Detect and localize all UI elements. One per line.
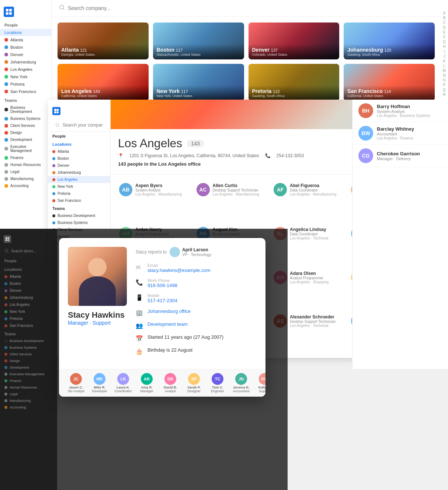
sidebar-team-business-development[interactable]: Business Development (0, 104, 51, 115)
alpha-letter-F[interactable]: F (443, 35, 445, 39)
dark-team-accounting[interactable]: Accounting (0, 404, 57, 411)
la-sidebar-loc-pretoria[interactable]: Pretoria (48, 190, 110, 197)
bottom-person[interactable]: DB David B. Analyst (159, 373, 181, 393)
alpha-letter-E[interactable]: E (443, 30, 446, 34)
alpha-letter-I[interactable]: I (444, 49, 445, 54)
dark-team-human-resources[interactable]: Human Resources (0, 384, 57, 391)
dark-teams-title: Teams (0, 329, 57, 338)
dark-team-client-services[interactable]: Client Services (0, 351, 57, 358)
sidebar-team-finance[interactable]: Finance (0, 154, 51, 161)
la-sidebar-team-business-development[interactable]: Business Development (48, 212, 110, 219)
person-card[interactable]: AC Allen Curtis Desktop Support Technici… (192, 179, 269, 222)
right-panel-person[interactable]: BH Barry Hoffman System Analyst Los Ange… (353, 100, 448, 122)
bottom-person[interactable]: TC Tom C. Engineer (206, 373, 229, 393)
person-card[interactable]: AB Aspen Byers System Analyst Los Angele… (115, 179, 192, 222)
alpha-letter-J[interactable]: J (444, 54, 445, 58)
location-card-new-york[interactable]: New York 117 New York, United States (153, 64, 244, 101)
la-sidebar-loc-boston[interactable]: Boston (48, 155, 110, 162)
sidebar-item-johannesburg[interactable]: Johannesburg (0, 58, 51, 66)
alpha-letter-L[interactable]: L (443, 64, 445, 68)
dark-loc-pretoria[interactable]: Pretoria (0, 315, 57, 322)
dark-team-design[interactable]: Design (0, 358, 57, 364)
bottom-person[interactable]: JN Jessica N. Accountant (230, 373, 252, 393)
email-value[interactable]: stacy.hawkins@example.com (147, 268, 210, 273)
right-panel-person[interactable]: BW Barclay Whitney Accountant Los Angele… (353, 122, 448, 145)
alpha-letter-B[interactable]: B (443, 16, 446, 20)
alpha-letter-C[interactable]: C (443, 21, 445, 25)
sidebar-team-accounting[interactable]: Accounting (0, 182, 51, 189)
dark-loc-new-york[interactable]: New York (0, 308, 57, 315)
sidebar-item-atlanta[interactable]: Atlanta (0, 36, 51, 44)
sidebar-team-development[interactable]: Development (0, 136, 51, 143)
dark-loc-denver[interactable]: Denver (0, 287, 57, 294)
la-sidebar-loc-denver[interactable]: Denver (48, 162, 110, 169)
alpha-letter-G[interactable]: G (443, 40, 446, 44)
dark-team-business-systems[interactable]: Business Systems (0, 344, 57, 351)
dark-sidebar-locs: AtlantaBostonDenverJohannesburgLos Angel… (0, 273, 57, 329)
work-phone-value[interactable]: 916-506-1498 (147, 283, 177, 288)
sidebar-teams-list: Business DevelopmentBusiness SystemsClie… (0, 104, 51, 189)
sidebar-team-client-services[interactable]: Client Services (0, 122, 51, 129)
alpha-letter-R[interactable]: R (443, 93, 445, 97)
sidebar-team-legal[interactable]: Legal (0, 168, 51, 175)
bottom-person[interactable]: MR Mike R. Developer (88, 373, 111, 393)
la-search-input[interactable] (63, 122, 103, 128)
location-card-atlanta[interactable]: Atlanta 121 Georgia, United States (58, 23, 149, 59)
bottom-person[interactable]: LK Laura K. Coordinator (112, 373, 134, 393)
location-card-boston[interactable]: Boston 117 Massachusetts, United States (153, 23, 244, 59)
bottom-person[interactable]: AR Amy R. Manager (136, 373, 158, 393)
dark-loc-boston[interactable]: Boston (0, 280, 57, 287)
dark-team-legal[interactable]: Legal (0, 391, 57, 397)
location-card-denver[interactable]: Denver 137 Colorado, United States (249, 23, 340, 59)
location-card-pretoria[interactable]: Pretoria 122 Gauteng, South Africa (249, 64, 340, 101)
alpha-letter-D[interactable]: D (443, 25, 445, 30)
la-sidebar-loc-los-angeles[interactable]: Los Angeles (48, 176, 110, 183)
location-card-johannesburg[interactable]: Johannesburg 120 Gauteng, South Africa (344, 23, 435, 59)
dark-loc-johannesburg[interactable]: Johannesburg (0, 294, 57, 301)
sidebar-team-manufacturing[interactable]: Manufacturing (0, 175, 51, 182)
alpha-letter-Q[interactable]: Q (443, 88, 446, 92)
app-logo[interactable] (4, 7, 14, 17)
dark-loc-los-angeles[interactable]: Los Angeles (0, 301, 57, 308)
sidebar-item-san-francisco[interactable]: San Francisco (0, 88, 51, 95)
sidebar-team-executive-management[interactable]: Executive Management (0, 143, 51, 154)
sidebar-team-human-resources[interactable]: Human Resources (0, 161, 51, 168)
alpha-letter-O[interactable]: O (443, 78, 446, 82)
mobile-value[interactable]: 517-417-2304 (147, 298, 177, 303)
dark-team-development[interactable]: Development (0, 364, 57, 371)
alpha-letter-M[interactable]: M (443, 69, 446, 73)
alpha-letter-N[interactable]: N (443, 73, 445, 77)
alpha-letter-A[interactable]: A (443, 11, 446, 15)
la-sidebar-loc-johannesburg[interactable]: Johannesburg (48, 169, 110, 176)
sidebar-team-design[interactable]: Design (0, 129, 51, 136)
search-input[interactable] (68, 5, 433, 11)
dark-loc-atlanta[interactable]: Atlanta (0, 273, 57, 280)
sidebar-item-pretoria[interactable]: Pretoria (0, 80, 51, 88)
sidebar-item-denver[interactable]: Denver (0, 51, 51, 58)
sidebar-item-locations[interactable]: Locations (0, 29, 51, 36)
la-sidebar-loc-san-francisco[interactable]: San Francisco (48, 197, 110, 204)
la-sidebar-loc-atlanta[interactable]: Atlanta (48, 148, 110, 155)
location-card-san-francisco[interactable]: San Francisco 114 California, United Sta… (344, 64, 435, 101)
sidebar-item-boston[interactable]: Boston (0, 44, 51, 51)
dark-team-business-development[interactable]: Business Development (0, 338, 57, 344)
sidebar-team-business-systems[interactable]: Business Systems (0, 115, 51, 122)
alpha-letter-K[interactable]: K (443, 59, 446, 63)
bottom-person[interactable]: SP Sarah P. Designer (183, 373, 205, 393)
person-card[interactable]: AF Abel Figueroa Data Coordinator Los An… (270, 179, 346, 222)
dark-team-manufacturing[interactable]: Manufacturing (0, 397, 57, 404)
dark-loc-san-francisco[interactable]: San Francisco (0, 322, 57, 329)
modal-close-button[interactable]: × (255, 244, 265, 254)
sidebar-item-los-angeles[interactable]: Los Angeles (0, 66, 51, 73)
dark-team-executive-management[interactable]: Executive Management (0, 371, 57, 377)
right-panel-person[interactable]: CG Cherokee Garrison Manager · Delivery (353, 145, 448, 167)
sidebar-item-new-york[interactable]: New York (0, 73, 51, 80)
alpha-letter-H[interactable]: H (443, 45, 445, 49)
la-sidebar-team-business-systems[interactable]: Business Systems (48, 219, 110, 226)
alpha-letter-P[interactable]: P (443, 83, 446, 87)
location-card-los-angeles[interactable]: Los Angeles 143 California, United State… (58, 64, 149, 101)
dark-team-finance[interactable]: Finance (0, 377, 57, 384)
la-sidebar-loc-new-york[interactable]: New York (48, 183, 110, 190)
bottom-person[interactable]: KW Kelly W. Support (254, 373, 265, 393)
bottom-person[interactable]: JC Jason C. Tax Analyst (65, 373, 87, 393)
